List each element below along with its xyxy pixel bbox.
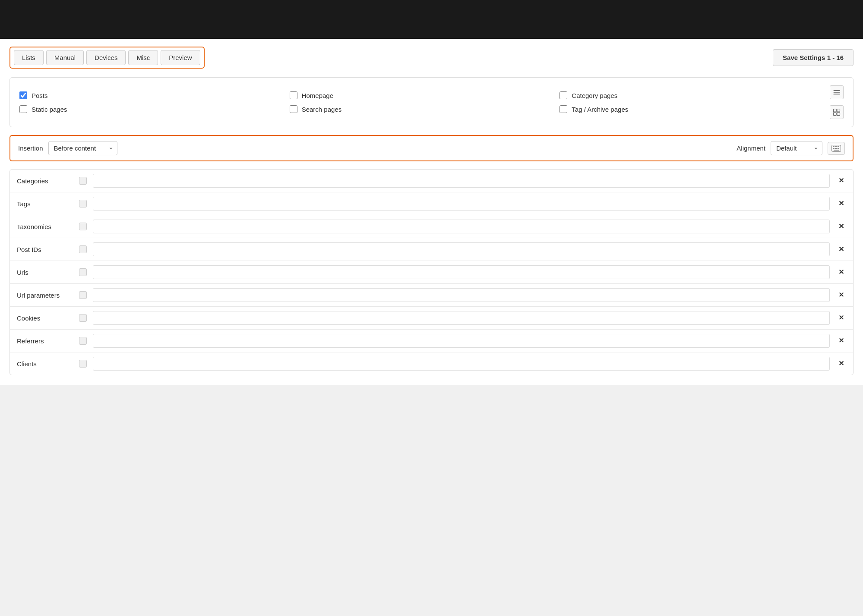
posts-label: Posts bbox=[32, 92, 48, 99]
tab-misc[interactable]: Misc bbox=[128, 50, 158, 65]
tag-archive-pages-label: Tag / Archive pages bbox=[572, 106, 628, 113]
svg-rect-11 bbox=[838, 146, 839, 147]
homepage-label: Homepage bbox=[302, 92, 333, 99]
category-pages-row: Category pages bbox=[560, 91, 830, 99]
filter-input-cookies[interactable] bbox=[93, 311, 830, 325]
tab-bar: Lists Manual Devices Misc Preview Save S… bbox=[9, 47, 854, 69]
filter-remove-url-parameters[interactable]: ✕ bbox=[836, 292, 846, 299]
filter-row-taxonomies: Taxonomies ✕ bbox=[10, 215, 853, 238]
insertion-label: Insertion bbox=[18, 145, 43, 152]
homepage-checkbox[interactable] bbox=[290, 91, 297, 99]
filter-remove-taxonomies[interactable]: ✕ bbox=[836, 223, 846, 230]
filter-label-cookies: Cookies bbox=[17, 314, 73, 322]
top-black-bar bbox=[0, 0, 863, 39]
insertion-row: Insertion Before content After content B… bbox=[9, 135, 854, 161]
filter-row-url-parameters: Url parameters ✕ bbox=[10, 284, 853, 307]
filter-table: Categories ✕ Tags ✕ Taxonomies ✕ Post ID… bbox=[9, 169, 854, 375]
svg-rect-12 bbox=[833, 148, 834, 149]
filter-checkbox-tags[interactable] bbox=[79, 200, 87, 207]
alignment-select[interactable]: Default Left Center Right bbox=[771, 141, 822, 155]
filter-row-cookies: Cookies ✕ bbox=[10, 307, 853, 330]
category-pages-checkbox[interactable] bbox=[560, 91, 567, 99]
filter-input-urls[interactable] bbox=[93, 265, 830, 279]
page-types-panel: Posts Static pages Homepage Search pages bbox=[9, 77, 854, 127]
filter-checkbox-referrers[interactable] bbox=[79, 337, 87, 345]
filter-input-tags[interactable] bbox=[93, 197, 830, 211]
filter-checkbox-urls[interactable] bbox=[79, 268, 87, 276]
search-pages-checkbox[interactable] bbox=[290, 105, 297, 113]
tag-archive-pages-checkbox[interactable] bbox=[560, 105, 567, 113]
page-type-col-3: Category pages Tag / Archive pages bbox=[560, 91, 830, 113]
static-pages-checkbox[interactable] bbox=[19, 105, 27, 113]
filter-remove-post-ids[interactable]: ✕ bbox=[836, 246, 846, 253]
filter-checkbox-cookies[interactable] bbox=[79, 314, 87, 322]
filter-checkbox-clients[interactable] bbox=[79, 360, 87, 368]
static-pages-label: Static pages bbox=[32, 106, 67, 113]
svg-rect-2 bbox=[834, 94, 840, 94]
filter-row-referrers: Referrers ✕ bbox=[10, 330, 853, 352]
filter-label-categories: Categories bbox=[17, 177, 73, 185]
insertion-right: Alignment Default Left Center Right bbox=[737, 141, 845, 155]
hamburger-icon[interactable] bbox=[830, 85, 844, 99]
filter-remove-urls[interactable]: ✕ bbox=[836, 269, 846, 276]
svg-rect-10 bbox=[836, 146, 838, 147]
page-type-col-2: Homepage Search pages bbox=[290, 91, 560, 113]
alignment-label: Alignment bbox=[737, 145, 765, 152]
tag-archive-pages-row: Tag / Archive pages bbox=[560, 105, 830, 113]
page-types-grid: Posts Static pages Homepage Search pages bbox=[19, 85, 844, 119]
svg-rect-4 bbox=[837, 109, 840, 112]
page-type-col-1: Posts Static pages bbox=[19, 91, 290, 113]
main-container: Lists Manual Devices Misc Preview Save S… bbox=[0, 39, 863, 385]
tab-lists[interactable]: Lists bbox=[14, 50, 44, 65]
filter-row-categories: Categories ✕ bbox=[10, 170, 853, 192]
filter-remove-cookies[interactable]: ✕ bbox=[836, 314, 846, 321]
filter-remove-referrers[interactable]: ✕ bbox=[836, 337, 846, 344]
svg-rect-5 bbox=[834, 113, 837, 116]
grid-squares-icon[interactable] bbox=[830, 105, 844, 119]
filter-remove-tags[interactable]: ✕ bbox=[836, 200, 846, 207]
filter-checkbox-post-ids[interactable] bbox=[79, 245, 87, 253]
filter-label-clients: Clients bbox=[17, 360, 73, 368]
filter-checkbox-taxonomies[interactable] bbox=[79, 223, 87, 230]
filter-label-taxonomies: Taxonomies bbox=[17, 223, 73, 230]
filter-row-urls: Urls ✕ bbox=[10, 261, 853, 284]
svg-rect-8 bbox=[833, 146, 834, 147]
filter-remove-clients[interactable]: ✕ bbox=[836, 360, 846, 367]
posts-row: Posts bbox=[19, 91, 290, 99]
filter-label-post-ids: Post IDs bbox=[17, 246, 73, 253]
filter-row-post-ids: Post IDs ✕ bbox=[10, 238, 853, 261]
search-pages-row: Search pages bbox=[290, 105, 560, 113]
icon-col bbox=[830, 85, 844, 119]
filter-label-referrers: Referrers bbox=[17, 337, 73, 345]
filter-input-url-parameters[interactable] bbox=[93, 288, 830, 302]
posts-checkbox[interactable] bbox=[19, 91, 27, 99]
insertion-left: Insertion Before content After content B… bbox=[18, 141, 117, 155]
filter-label-urls: Urls bbox=[17, 269, 73, 276]
filter-label-tags: Tags bbox=[17, 200, 73, 207]
insertion-select[interactable]: Before content After content Both bbox=[48, 141, 117, 155]
filter-input-taxonomies[interactable] bbox=[93, 220, 830, 233]
save-settings-button[interactable]: Save Settings 1 - 16 bbox=[773, 49, 854, 66]
svg-rect-15 bbox=[838, 148, 839, 149]
tab-manual[interactable]: Manual bbox=[46, 50, 84, 65]
filter-checkbox-url-parameters[interactable] bbox=[79, 291, 87, 299]
filter-input-referrers[interactable] bbox=[93, 334, 830, 348]
svg-rect-3 bbox=[834, 109, 837, 112]
filter-input-post-ids[interactable] bbox=[93, 242, 830, 256]
filter-remove-categories[interactable]: ✕ bbox=[836, 177, 846, 184]
filter-row-clients: Clients ✕ bbox=[10, 352, 853, 375]
filter-input-clients[interactable] bbox=[93, 357, 830, 371]
tab-devices[interactable]: Devices bbox=[86, 50, 126, 65]
filter-checkbox-categories[interactable] bbox=[79, 177, 87, 185]
static-pages-row: Static pages bbox=[19, 105, 290, 113]
filter-label-url-parameters: Url parameters bbox=[17, 292, 73, 299]
svg-rect-14 bbox=[836, 148, 838, 149]
tab-preview[interactable]: Preview bbox=[161, 50, 200, 65]
filter-input-categories[interactable] bbox=[93, 174, 830, 188]
category-pages-label: Category pages bbox=[572, 92, 617, 99]
keyboard-icon-button[interactable] bbox=[828, 142, 845, 155]
svg-rect-0 bbox=[834, 90, 840, 91]
tab-bar-left: Lists Manual Devices Misc Preview bbox=[9, 47, 205, 69]
filter-row-tags: Tags ✕ bbox=[10, 192, 853, 215]
svg-rect-16 bbox=[834, 150, 839, 151]
